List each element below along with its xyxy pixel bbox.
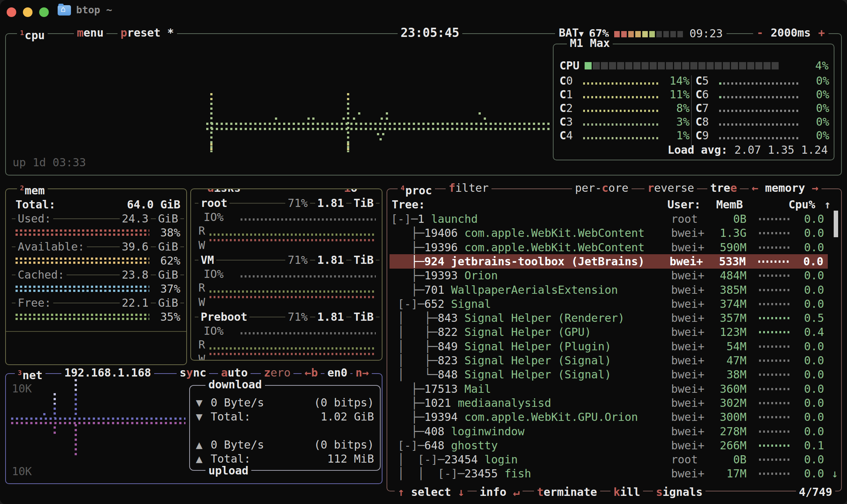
process-cpu: 0.4 [804, 325, 824, 339]
interval-plus-button[interactable]: + [818, 26, 825, 40]
process-mem: 278M [720, 424, 746, 439]
kill-button[interactable]: kill [610, 485, 643, 500]
process-mem: 357M [720, 311, 746, 325]
cpu-meter-block [617, 62, 624, 69]
cpu-total-label: CPU [559, 59, 579, 72]
disks-box: disks io root71%1.81TiBIO%RWVM71%1.81TiB… [190, 188, 382, 361]
close-button[interactable] [7, 7, 16, 17]
process-row[interactable]: │ ├─843 Signal Helper (Renderer)bwei+357… [391, 311, 829, 325]
process-row[interactable]: ├─17513 Mailbwei+360M0.0 [391, 382, 829, 396]
process-row[interactable]: ├─408 loginwindowbwei+278M0.0 [391, 424, 829, 439]
process-mem: 374M [720, 297, 746, 311]
proc-footer: ↑ select ↓ info ↵ terminate kill signals… [387, 485, 841, 500]
core-meter [583, 123, 660, 126]
core-meter [719, 137, 800, 139]
process-row[interactable]: [-]─648 ghosttybwei+266M0.1 [391, 438, 829, 453]
net-zero-toggle[interactable]: zero [261, 366, 293, 379]
process-cpu: 0.0 [804, 424, 824, 439]
process-row[interactable]: ├─1021 mediaanalysisdbwei+302M0.0 [391, 396, 829, 410]
process-user: bwei+ [671, 353, 704, 368]
process-row[interactable]: ├─19396 com.apple.WebKit.WebContentbwei+… [391, 240, 829, 255]
process-mem: 1.3G [720, 226, 746, 240]
core-percent: 0% [805, 74, 829, 87]
battery-time: 09:23 [690, 27, 723, 40]
process-mem: 38M [727, 367, 746, 382]
process-row[interactable]: ├─924 jetbrains-toolbox (JetBrains)bwei+… [390, 254, 828, 269]
interval-minus-button[interactable]: - [757, 26, 763, 40]
process-user: bwei+ [671, 325, 704, 339]
terminate-button[interactable]: terminate [534, 485, 600, 500]
interval-value: 2000ms [771, 26, 811, 40]
signals-button[interactable]: signals [653, 485, 705, 500]
process-cpu: 0.0 [804, 452, 824, 467]
battery-block [621, 31, 627, 37]
process-mem: 54M [727, 339, 746, 354]
process-cpu-meter [758, 260, 789, 263]
disk-row: Preboot71%1.81TiB [198, 310, 376, 324]
net-auto-toggle[interactable]: auto [218, 366, 251, 379]
select-button[interactable]: ↑ select ↓ [395, 485, 467, 500]
process-user: bwei+ [671, 297, 704, 311]
process-row[interactable]: [-]─652 Signalbwei+374M0.0 [391, 297, 829, 311]
cpu-model: M1 Max [567, 37, 613, 50]
net-next-device-button[interactable]: n→ [353, 366, 372, 379]
core-percent: 3% [665, 115, 690, 128]
process-cpu: 0.0 [804, 283, 824, 297]
battery-block [642, 31, 648, 37]
process-cpu: 0.0 [804, 410, 824, 424]
process-cpu-meter [759, 317, 790, 319]
process-row[interactable]: │ ├─849 Signal Helper (Plugin)bwei+54M0.… [391, 339, 829, 354]
process-row[interactable]: ├─19394 com.apple.WebKit.GPU.Orionbwei+3… [391, 410, 829, 424]
core-row: C80% [695, 115, 829, 129]
cpu-meter-block [625, 62, 632, 69]
process-row[interactable]: ├─19406 com.apple.WebKit.WebContentbwei+… [391, 226, 829, 240]
mem-meter [16, 314, 149, 320]
process-row[interactable]: [-]─1 launchdroot0B0.0 [391, 212, 829, 226]
net-io-stats: ▼ 0 Byte/s (0 bitps) ▼ Total: 1.02 GiB ▲… [196, 395, 374, 466]
info-button[interactable]: info ↵ [477, 485, 523, 500]
net-prev-device-button[interactable]: ←b [302, 366, 321, 379]
mem-meter [16, 229, 149, 236]
process-cpu-meter [759, 232, 790, 234]
core-column-divider [691, 75, 692, 153]
cpu-meter-block [658, 62, 665, 69]
load-average: Load avg: 2.07 1.35 1.24 [668, 143, 828, 156]
process-user: bwei+ [671, 367, 704, 382]
net-io-box: download upload ▼ 0 Byte/s (0 bitps) ▼ T… [189, 385, 381, 471]
menu-button[interactable]: menu [74, 26, 106, 40]
process-mem: 360M [720, 382, 746, 396]
net-ip-address: 192.168.1.168 [61, 366, 154, 379]
cpu-meter-block [642, 62, 649, 69]
process-row[interactable]: │ │ [-]─23455 fishbwei+17M0.0↓ [391, 466, 829, 481]
core-row: C33% [559, 115, 690, 129]
cpu-meter-block [723, 62, 730, 69]
net-sync-toggle[interactable]: sync [177, 366, 209, 379]
terminal-window: btop ~ 1cpu menu preset * 23:05:45 BAT▼ … [0, 0, 847, 504]
maximize-button[interactable] [39, 7, 49, 17]
process-row[interactable]: ├─701 WallpaperAerialsExtensionbwei+385M… [391, 283, 829, 297]
minimize-button[interactable] [23, 7, 33, 17]
process-row[interactable]: │ ├─823 Signal Helper (Signal)bwei+47M0.… [391, 353, 829, 368]
net-box: 3net 192.168.1.168 sync auto zero ←b en0… [5, 373, 382, 484]
process-cpu: 0.0 [804, 382, 824, 396]
mem-stat-row: Free:22.1GiB [16, 296, 180, 310]
titlebar: btop ~ [0, 0, 847, 21]
cpu-total-meter [585, 59, 810, 72]
process-row[interactable]: │ └─848 Signal Helper (Signal)bwei+38M0.… [391, 367, 829, 382]
preset-button[interactable]: preset * [118, 26, 177, 40]
io-mode-toggle[interactable]: io [341, 188, 360, 195]
process-cpu-meter [759, 360, 790, 362]
download-total-row: ▼ Total: 1.02 GiB [196, 409, 374, 423]
process-row[interactable]: │ ├─822 Signal Helper (GPU)bwei+123M0.4 [391, 325, 829, 339]
disk-row: root71%1.81TiB [198, 196, 376, 210]
process-row[interactable]: │ [-]─23454 loginroot0B0.0 [391, 452, 829, 467]
disk-write-row: W [198, 237, 376, 253]
core-row: C28% [559, 101, 690, 115]
cpu-meter-block [690, 62, 697, 69]
process-cpu-meter [759, 218, 790, 220]
disk-group: VM71%1.81TiBIO%RW [198, 253, 376, 310]
cpu-meter-block [666, 62, 673, 69]
scrollbar-thumb[interactable] [834, 211, 838, 237]
process-row[interactable]: ├─19393 Orionbwei+484M0.0 [391, 268, 829, 283]
process-cpu-meter [759, 275, 790, 277]
